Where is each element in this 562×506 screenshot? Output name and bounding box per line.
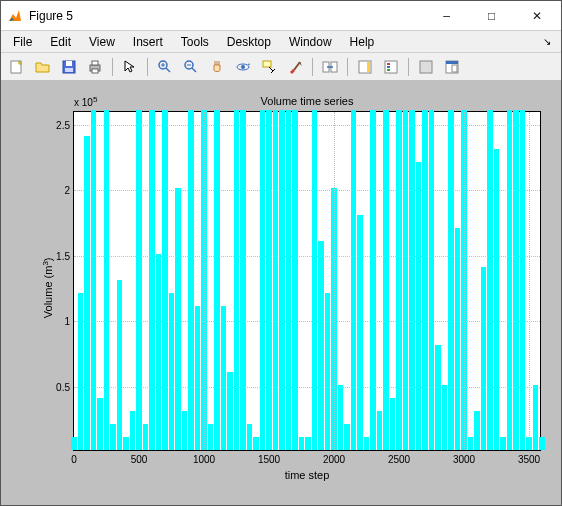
pointer-button[interactable] — [118, 56, 142, 78]
figure-canvas[interactable]: Volume time series x 105 Volume (m3) tim… — [1, 81, 561, 505]
menu-edit[interactable]: Edit — [42, 33, 79, 51]
data-point — [416, 162, 422, 450]
data-point — [409, 110, 415, 450]
toolbar-separator — [347, 58, 348, 76]
data-point — [533, 385, 539, 450]
menu-help[interactable]: Help — [342, 33, 383, 51]
y-tick-label: 1 — [64, 316, 74, 327]
data-point — [494, 149, 500, 450]
toolbar — [1, 53, 561, 81]
data-point — [71, 437, 77, 450]
data-point — [247, 424, 253, 450]
x-tick-label: 2500 — [388, 450, 410, 465]
menu-insert[interactable]: Insert — [125, 33, 171, 51]
data-point — [520, 110, 526, 450]
zoom-in-icon — [157, 59, 173, 75]
link-plot-button[interactable] — [318, 56, 342, 78]
data-point — [292, 110, 298, 450]
data-point — [149, 110, 155, 450]
colorbar-button[interactable] — [353, 56, 377, 78]
menu-tools[interactable]: Tools — [173, 33, 217, 51]
colorbar-icon — [357, 59, 373, 75]
data-point — [442, 385, 448, 450]
data-point — [390, 398, 396, 450]
menu-file[interactable]: File — [5, 33, 40, 51]
data-point — [377, 411, 383, 450]
y-tick-label: 2.5 — [56, 120, 74, 131]
y-axis-label: Volume (m3) — [41, 257, 55, 318]
data-point — [357, 215, 363, 450]
svg-rect-6 — [92, 61, 98, 65]
grid-line — [464, 112, 465, 450]
data-point — [240, 110, 246, 450]
data-point — [143, 424, 149, 450]
svg-line-20 — [294, 62, 300, 70]
data-point — [500, 437, 506, 450]
chart-title: Volume time series — [73, 95, 541, 107]
data-point — [312, 110, 318, 450]
x-tick-label: 3000 — [453, 450, 475, 465]
print-icon — [87, 59, 103, 75]
data-point — [468, 437, 474, 450]
toolbar-separator — [147, 58, 148, 76]
grid-line — [529, 112, 530, 450]
data-point — [175, 188, 181, 450]
data-point — [507, 110, 513, 450]
data-cursor-button[interactable] — [257, 56, 281, 78]
data-point — [188, 110, 194, 450]
svg-line-9 — [166, 68, 170, 72]
open-button[interactable] — [31, 56, 55, 78]
data-point — [84, 136, 90, 450]
data-point — [221, 306, 227, 450]
pan-button[interactable] — [205, 56, 229, 78]
close-button[interactable]: ✕ — [514, 2, 559, 30]
legend-button[interactable] — [379, 56, 403, 78]
data-point — [474, 411, 480, 450]
data-point — [364, 437, 370, 450]
data-point — [182, 411, 188, 450]
print-button[interactable] — [83, 56, 107, 78]
rotate3d-button[interactable] — [231, 56, 255, 78]
hide-tools-icon — [418, 59, 434, 75]
toolbar-separator — [408, 58, 409, 76]
data-point — [305, 437, 311, 450]
zoom-in-button[interactable] — [153, 56, 177, 78]
minimize-button[interactable]: – — [424, 2, 469, 30]
menu-desktop[interactable]: Desktop — [219, 33, 279, 51]
data-point — [325, 293, 331, 450]
data-point — [383, 110, 389, 450]
grid-line — [269, 112, 270, 450]
data-point — [513, 110, 519, 450]
dock-button[interactable] — [440, 56, 464, 78]
brush-button[interactable] — [283, 56, 307, 78]
zoom-out-button[interactable] — [179, 56, 203, 78]
data-point — [110, 424, 116, 450]
grid-line — [74, 190, 540, 191]
maximize-button[interactable]: □ — [469, 2, 514, 30]
data-point — [286, 110, 292, 450]
title-bar[interactable]: Figure 5 – □ ✕ — [1, 1, 561, 31]
link-plot-icon — [322, 59, 338, 75]
data-point — [344, 424, 350, 450]
dock-arrow-icon[interactable]: ↘ — [537, 36, 557, 47]
pointer-icon — [122, 59, 138, 75]
data-point — [130, 411, 136, 450]
svg-rect-7 — [92, 69, 98, 73]
save-button[interactable] — [57, 56, 81, 78]
data-point — [429, 110, 435, 450]
plot-axes[interactable]: 05001000150020002500300035000.511.522.5 — [73, 111, 541, 451]
rotate3d-icon — [235, 59, 251, 75]
x-axis-label: time step — [73, 469, 541, 481]
data-point — [299, 437, 305, 450]
data-point — [227, 372, 233, 450]
data-point — [539, 437, 545, 450]
menu-view[interactable]: View — [81, 33, 123, 51]
menu-window[interactable]: Window — [281, 33, 340, 51]
hide-tools-button[interactable] — [414, 56, 438, 78]
data-point — [156, 254, 162, 450]
grid-line — [334, 112, 335, 450]
data-point — [435, 345, 441, 450]
figure-window: Figure 5 – □ ✕ File Edit View Insert Too… — [0, 0, 562, 506]
data-point — [214, 110, 220, 450]
new-figure-button[interactable] — [5, 56, 29, 78]
